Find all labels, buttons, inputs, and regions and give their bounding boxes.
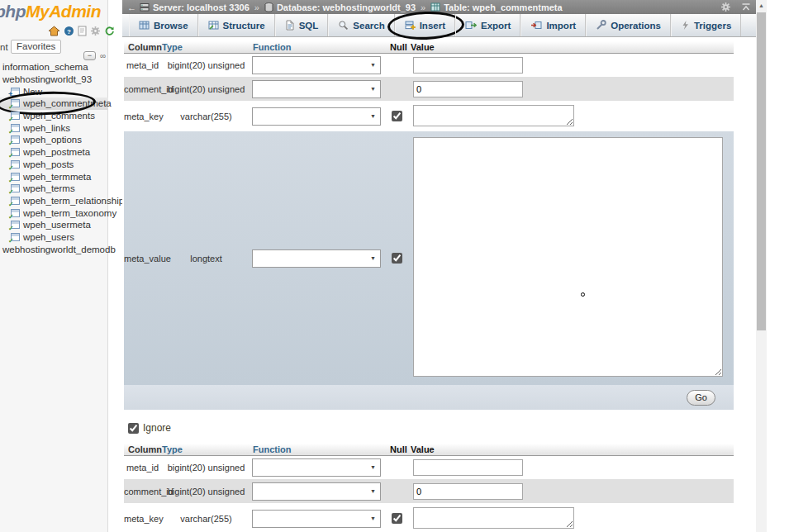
header-type: Type	[161, 42, 251, 52]
tree-table-wpeh-users[interactable]: wpeh_users	[0, 231, 108, 244]
null-checkbox-meta-value[interactable]	[392, 253, 402, 264]
ignore-option[interactable]: Ignore	[128, 422, 171, 434]
link-panel-icon[interactable]: ∞	[100, 52, 106, 60]
server-icon	[140, 2, 150, 12]
tree-table-wpeh-posts[interactable]: wpeh_posts	[0, 159, 108, 171]
tree-table-wpeh-usermeta[interactable]: wpeh_usermeta	[0, 219, 108, 231]
header-column: Column	[124, 444, 161, 454]
column-type: varchar(255)	[161, 514, 251, 524]
column-type: longtext	[161, 254, 251, 264]
tree-table-wpeh-links[interactable]: wpeh_links	[0, 121, 108, 134]
settings-gear-icon[interactable]	[90, 26, 101, 36]
column-type: bigint(20) unsigned	[161, 60, 251, 70]
row-meta-key: meta_key varchar(255)	[124, 503, 734, 532]
value-textarea-meta-value[interactable]	[413, 137, 723, 377]
ignore-checkbox[interactable]	[128, 423, 139, 434]
header-null: Null	[385, 42, 408, 52]
tree-table-wpeh-term-relationships[interactable]: wpeh_term_relationships	[0, 195, 108, 207]
table-icon	[11, 99, 20, 107]
function-select[interactable]	[252, 510, 381, 528]
column-type: bigint(20) unsigned	[161, 84, 251, 94]
column-name: comment_id	[124, 487, 161, 496]
column-name: meta_value	[124, 254, 161, 264]
function-select[interactable]	[252, 249, 381, 268]
help-icon[interactable]: ?	[64, 26, 74, 36]
scroll-up-arrow-icon[interactable]: ▲	[756, 0, 767, 12]
column-name: meta_key	[124, 112, 161, 121]
value-textarea-meta-key[interactable]	[413, 105, 574, 126]
row-comment-id: comment_id bigint(20) unsigned	[124, 479, 734, 503]
value-input-comment-id[interactable]	[413, 81, 523, 97]
tree-db-webhostingworldt-93[interactable]: webhostingworldt_93	[0, 74, 108, 86]
tab-favorites[interactable]: Favorites	[11, 40, 61, 54]
tree-table-wpeh-termmeta[interactable]: wpeh_termmeta	[0, 170, 108, 183]
header-null: Null	[385, 444, 408, 454]
function-select[interactable]	[252, 482, 381, 501]
doc-icon[interactable]	[78, 26, 87, 36]
function-select[interactable]	[252, 80, 381, 98]
breadcrumb-separator: »	[253, 2, 261, 12]
tab-triggers[interactable]: Triggers	[671, 14, 741, 36]
insert-form-1: Column Type Function Null Value meta_id …	[124, 41, 734, 410]
tab-browse[interactable]: Browse	[129, 14, 198, 36]
scrollbar-thumb[interactable]	[757, 12, 766, 330]
column-name: meta_key	[124, 514, 161, 524]
null-checkbox-meta-key[interactable]	[392, 513, 402, 524]
header-column: Column	[124, 42, 161, 52]
navigation-toolbar: ?	[48, 26, 115, 36]
refresh-icon[interactable]	[104, 26, 115, 36]
tab-export[interactable]: Export	[455, 14, 520, 36]
tree-table-wpeh-postmeta[interactable]: wpeh_postmeta	[0, 146, 108, 159]
function-select[interactable]	[252, 107, 381, 126]
tree-table-wpeh-term-taxonomy[interactable]: wpeh_term_taxonomy	[0, 207, 108, 219]
tree-table-wpeh-comments[interactable]: wpeh_comments	[0, 110, 108, 122]
column-type: varchar(255)	[161, 112, 251, 121]
column-name: meta_id	[124, 60, 161, 70]
breadcrumb-separator: »	[419, 2, 427, 12]
value-input-meta-id[interactable]	[413, 57, 523, 74]
tab-sql[interactable]: SQL	[275, 14, 329, 36]
database-icon	[264, 2, 273, 12]
form-footer: Go	[124, 385, 734, 410]
table-icon	[11, 209, 20, 217]
tab-import[interactable]: Import	[520, 14, 586, 36]
table-icon	[430, 2, 440, 12]
tab-search[interactable]: Search	[328, 14, 394, 36]
row-meta-value: meta_value longtext	[124, 131, 734, 385]
table-icon	[11, 160, 20, 169]
breadcrumb-database[interactable]: Database: webhostingworldt_93	[277, 2, 416, 12]
collapse-top-icon[interactable]	[741, 2, 751, 12]
page-settings-gear-icon[interactable]	[720, 2, 731, 12]
function-select[interactable]	[252, 458, 381, 477]
column-name: comment_id	[124, 84, 161, 94]
table-icon	[11, 233, 20, 241]
tree-db-information-schema[interactable]: information_schema	[0, 61, 108, 74]
tab-operations[interactable]: Operations	[586, 14, 671, 36]
header-value: Value	[408, 42, 734, 52]
tree-table-wpeh-commentmeta[interactable]: wpeh_commentmeta	[0, 97, 108, 110]
null-checkbox-meta-key[interactable]	[392, 111, 402, 121]
column-name: meta_id	[124, 463, 161, 473]
new-table-icon	[11, 88, 20, 96]
value-input-comment-id[interactable]	[413, 483, 523, 500]
tree-table-wpeh-terms[interactable]: wpeh_terms	[0, 183, 108, 195]
breadcrumb-table[interactable]: Table: wpeh_commentmeta	[444, 2, 562, 12]
home-icon[interactable]	[48, 26, 60, 36]
tab-recent-partial[interactable]: nt	[0, 42, 8, 52]
tree-new-table[interactable]: New	[0, 85, 108, 97]
panel-toggle-arrow-icon[interactable]: ←	[127, 2, 136, 12]
table-icon	[11, 135, 20, 144]
function-select[interactable]	[252, 56, 381, 74]
tab-structure[interactable]: Structure	[198, 14, 275, 36]
collapse-all-icon[interactable]: −	[83, 51, 96, 60]
vertical-scrollbar[interactable]: ▲	[756, 0, 767, 532]
value-textarea-meta-key[interactable]	[413, 507, 574, 529]
value-input-meta-id[interactable]	[413, 459, 523, 476]
table-tab-bar: Browse Structure SQL Search Insert E	[122, 14, 756, 37]
go-button[interactable]: Go	[687, 390, 715, 406]
tab-insert[interactable]: Insert	[395, 14, 455, 36]
breadcrumb-server[interactable]: Server: localhost 3306	[153, 2, 250, 12]
tree-table-wpeh-options[interactable]: wpeh_options	[0, 134, 108, 146]
header-function: Function	[251, 444, 385, 454]
tree-db-webhostingworldt-demodb[interactable]: webhostingworldt_demodb	[0, 243, 108, 255]
